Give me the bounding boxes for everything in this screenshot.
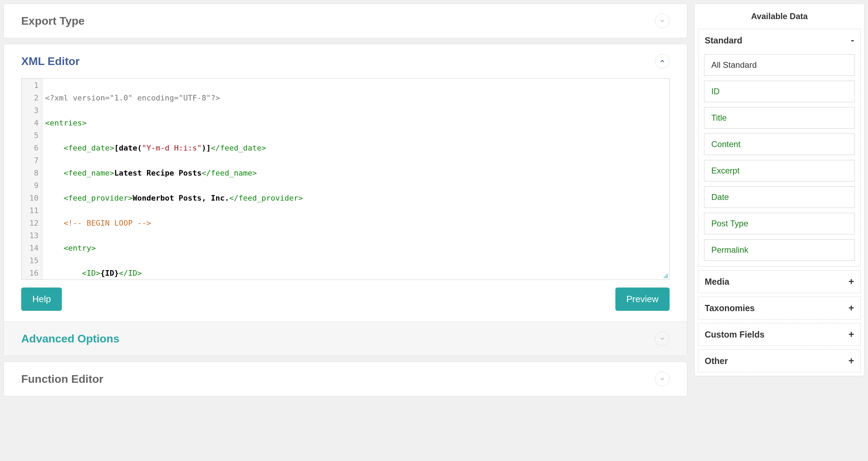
help-button[interactable]: Help (21, 288, 62, 311)
section-standard-header[interactable]: Standard - (698, 29, 860, 51)
minus-icon: - (851, 35, 854, 46)
section-standard-label: Standard (705, 35, 742, 46)
function-editor-panel: Function Editor (3, 362, 687, 396)
section-media: Media + (698, 270, 861, 293)
available-data-panel: Available Data Standard - All Standard I… (694, 3, 865, 376)
xml-editor-title: XML Editor (21, 55, 80, 68)
section-custom-fields: Custom Fields + (698, 323, 861, 346)
section-other-header[interactable]: Other + (698, 350, 860, 372)
chevron-up-icon[interactable] (655, 54, 670, 68)
section-taxonomies-label: Taxonomies (705, 303, 755, 313)
section-taxonomies: Taxonomies + (698, 297, 861, 320)
field-content[interactable]: Content (704, 134, 855, 155)
chevron-down-icon[interactable] (655, 372, 670, 386)
plus-icon: + (849, 302, 854, 314)
resize-handle-icon[interactable] (663, 273, 668, 278)
section-other: Other + (698, 349, 861, 372)
plus-icon: + (849, 276, 854, 287)
chevron-down-icon[interactable] (655, 14, 670, 28)
xml-code-editor[interactable]: 1 2 3 4 5 6 7 8 9 10 11 12 13 14 (21, 78, 670, 280)
field-post-type[interactable]: Post Type (704, 213, 855, 234)
chevron-down-icon[interactable] (655, 331, 670, 346)
advanced-options-header[interactable]: Advanced Options (4, 321, 687, 356)
xml-editor-panel: XML Editor 1 2 3 4 5 6 7 8 9 (3, 44, 687, 356)
advanced-options-title: Advanced Options (21, 332, 120, 345)
section-standard: Standard - All Standard ID Title Content… (698, 29, 861, 267)
code-content[interactable]: <?xml version="1.0" encoding="UTF-8"?> <… (42, 79, 669, 280)
section-media-label: Media (705, 277, 729, 287)
section-media-header[interactable]: Media + (698, 270, 860, 293)
available-data-title: Available Data (695, 4, 864, 29)
field-all-standard[interactable]: All Standard (704, 54, 855, 76)
xml-editor-header[interactable]: XML Editor (4, 44, 687, 78)
field-date[interactable]: Date (704, 186, 855, 208)
section-custom-fields-label: Custom Fields (705, 330, 764, 340)
export-type-panel: Export Type (3, 3, 687, 38)
plus-icon: + (849, 355, 854, 366)
function-editor-title: Function Editor (21, 373, 103, 386)
code-gutter: 1 2 3 4 5 6 7 8 9 10 11 12 13 14 (22, 79, 42, 280)
field-permalink[interactable]: Permalink (704, 239, 855, 261)
field-title[interactable]: Title (704, 107, 855, 129)
preview-button[interactable]: Preview (615, 288, 670, 311)
plus-icon: + (849, 329, 854, 340)
field-id[interactable]: ID (704, 81, 855, 102)
section-other-label: Other (705, 356, 728, 366)
section-custom-fields-header[interactable]: Custom Fields + (698, 323, 860, 346)
section-taxonomies-header[interactable]: Taxonomies + (698, 297, 860, 319)
function-editor-header[interactable]: Function Editor (4, 362, 687, 396)
export-type-title: Export Type (21, 15, 85, 27)
field-excerpt[interactable]: Excerpt (704, 160, 855, 181)
export-type-header[interactable]: Export Type (4, 4, 687, 38)
